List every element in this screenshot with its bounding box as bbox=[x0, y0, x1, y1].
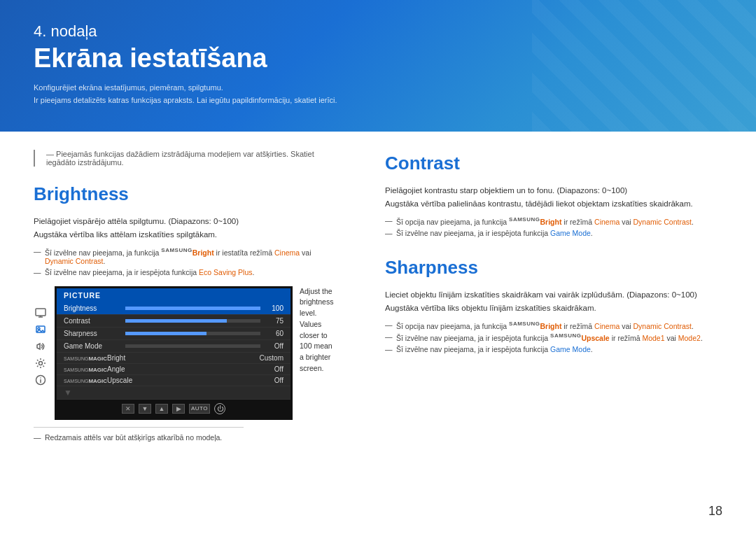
nav-btn-power[interactable]: ⏻ bbox=[214, 403, 225, 414]
sharpness-note3: Šī izvēlne nav pieejama, ja ir iespējota… bbox=[385, 345, 722, 353]
contrast-title: Contrast bbox=[385, 153, 722, 174]
page-title: Ekrāna iestatīšana bbox=[34, 43, 722, 73]
contrast-note2: Šī izvēlne nav pieejama, ja ir iespējota… bbox=[385, 229, 722, 237]
sharpness-note2: Šī izvēlne nav pieejama, ja ir iespējota… bbox=[385, 332, 722, 342]
monitor-mockup: PICTURE Brightness 100 Contrast 75 bbox=[34, 286, 337, 420]
nav-btn-x[interactable]: ✕ bbox=[122, 404, 134, 414]
monitor-icon-display bbox=[34, 306, 48, 320]
nav-btn-down[interactable]: ▼ bbox=[139, 404, 151, 414]
brightness-title: Brightness bbox=[34, 183, 337, 205]
monitor-icon-picture bbox=[34, 323, 48, 337]
left-column: — Pieejamās funkcijas dažādiem izstrādāj… bbox=[0, 132, 371, 462]
brightness-note1: Šī izvēlne nav pieejama, ja funkcija SAM… bbox=[34, 247, 337, 265]
monitor-nav-bar: ✕ ▼ ▲ ▶ AUTO ⏻ bbox=[57, 400, 290, 418]
availability-note: — Pieejamās funkcijas dažādiem izstrādāj… bbox=[34, 150, 337, 167]
contrast-note1: Šī opcija nav pieejama, ja funkcija SAMS… bbox=[385, 216, 722, 226]
svg-point-9 bbox=[40, 377, 41, 379]
osd-row-sharpness: Sharpness 60 bbox=[57, 328, 290, 340]
sharpness-desc: Lieciet objektu līnijām izskatīties skai… bbox=[385, 288, 722, 315]
contrast-desc: Pielāgojiet kontrastu starp objektiem un… bbox=[385, 184, 722, 211]
osd-row-magicangle: SAMSUNGMAGICAngle Off bbox=[57, 364, 290, 375]
svg-marker-5 bbox=[37, 344, 40, 349]
nav-btn-right[interactable]: ▶ bbox=[172, 404, 185, 414]
right-column: Contrast Pielāgojiet kontrastu starp obj… bbox=[371, 132, 756, 462]
monitor-icon-audio bbox=[34, 339, 48, 353]
monitor-description: Adjust the brightness level. Values clos… bbox=[300, 286, 337, 374]
osd-header: PICTURE bbox=[57, 288, 290, 302]
hero-section: 4. nodaļa Ekrāna iestatīšana Konfigurēji… bbox=[0, 0, 756, 132]
chapter-label: 4. nodaļa bbox=[34, 22, 722, 41]
hero-subtitle: Konfigurējiet ekrāna iestatījumus, piemē… bbox=[34, 82, 722, 106]
brightness-note2: Šī izvēlne nav pieejama, ja ir iespējota… bbox=[34, 268, 337, 276]
bottom-note: Redzamais attēls var būt atšķirīgs atkar… bbox=[34, 433, 337, 442]
nav-btn-auto[interactable]: AUTO bbox=[189, 404, 210, 414]
divider bbox=[34, 427, 244, 428]
osd-row-brightness: Brightness 100 bbox=[57, 302, 290, 315]
osd-row-more: ▼ bbox=[57, 386, 290, 400]
main-content: — Pieejamās funkcijas dažādiem izstrādāj… bbox=[0, 132, 756, 462]
brightness-desc1: Pielāgojiet vispārējo attēla spilgtumu. … bbox=[34, 215, 337, 241]
svg-rect-0 bbox=[36, 309, 46, 316]
monitor-screen: PICTURE Brightness 100 Contrast 75 bbox=[55, 286, 293, 420]
sharpness-note1: Šī opcija nav pieejama, ja funkcija SAMS… bbox=[385, 321, 722, 330]
monitor-icon-info bbox=[34, 373, 48, 387]
nav-btn-up[interactable]: ▲ bbox=[155, 404, 168, 414]
osd-row-magicupscale: SAMSUNGMAGICUpscale Off bbox=[57, 375, 290, 386]
page-number: 18 bbox=[708, 504, 722, 519]
osd-row-gamemode: Game Mode Off bbox=[57, 340, 290, 353]
svg-point-6 bbox=[39, 361, 43, 365]
sharpness-title: Sharpness bbox=[385, 257, 722, 279]
osd-row-contrast: Contrast 75 bbox=[57, 315, 290, 328]
osd-row-magicbright: SAMSUNGMAGICBright Custom bbox=[57, 353, 290, 364]
monitor-icon-settings bbox=[34, 356, 48, 370]
